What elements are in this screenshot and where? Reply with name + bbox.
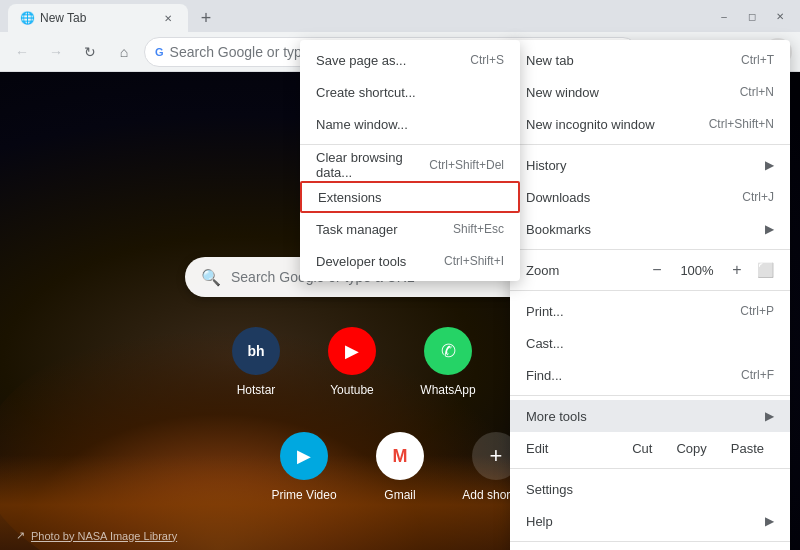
dropdown-menu: New tab Ctrl+T New window Ctrl+N New inc… bbox=[510, 40, 790, 550]
submenu-clear-shortcut: Ctrl+Shift+Del bbox=[429, 158, 504, 172]
menu-help-label: Help bbox=[526, 514, 553, 529]
menu-history-label: History bbox=[526, 158, 566, 173]
menu-help[interactable]: Help ▶ bbox=[510, 505, 790, 537]
zoom-out-button[interactable]: − bbox=[645, 258, 669, 282]
menu-print[interactable]: Print... Ctrl+P bbox=[510, 295, 790, 327]
menu-print-shortcut: Ctrl+P bbox=[740, 304, 774, 318]
menu-cast-label: Cast... bbox=[526, 336, 564, 351]
shortcuts-row-2: ▶ Prime Video M Gmail + Add shortcut bbox=[264, 432, 536, 502]
paste-button[interactable]: Paste bbox=[721, 439, 774, 458]
menu-more-tools-arrow: ▶ bbox=[765, 409, 774, 423]
submenu-task-manager-label: Task manager bbox=[316, 222, 398, 237]
youtube-label: Youtube bbox=[330, 383, 374, 397]
tab-close-button[interactable]: ✕ bbox=[160, 10, 176, 26]
submenu-name-window[interactable]: Name window... bbox=[300, 108, 520, 140]
menu-new-window[interactable]: New window Ctrl+N bbox=[510, 76, 790, 108]
youtube-icon: ▶ bbox=[328, 327, 376, 375]
submenu-name-window-label: Name window... bbox=[316, 117, 408, 132]
submenu-task-manager-shortcut: Shift+Esc bbox=[453, 222, 504, 236]
menu-zoom-row: Zoom − 100% + ⬜ bbox=[510, 254, 790, 286]
back-button[interactable]: ← bbox=[8, 38, 36, 66]
menu-edit-label: Edit bbox=[526, 441, 622, 456]
zoom-fullscreen-button[interactable]: ⬜ bbox=[757, 262, 774, 278]
menu-downloads-shortcut: Ctrl+J bbox=[742, 190, 774, 204]
prime-label: Prime Video bbox=[271, 488, 336, 502]
photo-credit-link[interactable]: Photo by NASA Image Library bbox=[31, 530, 177, 542]
menu-exit[interactable]: Exit bbox=[510, 546, 790, 550]
menu-divider-5 bbox=[510, 468, 790, 469]
menu-divider-4 bbox=[510, 395, 790, 396]
menu-bookmarks[interactable]: Bookmarks ▶ bbox=[510, 213, 790, 245]
menu-find[interactable]: Find... Ctrl+F bbox=[510, 359, 790, 391]
menu-more-tools-label: More tools bbox=[526, 409, 587, 424]
reload-button[interactable]: ↻ bbox=[76, 38, 104, 66]
more-tools-submenu: Save page as... Ctrl+S Create shortcut..… bbox=[300, 40, 520, 281]
google-indicator-icon: G bbox=[155, 46, 164, 58]
zoom-controls: − 100% + ⬜ bbox=[645, 258, 774, 282]
minimize-button[interactable]: – bbox=[712, 4, 736, 28]
hotstar-icon: bh bbox=[232, 327, 280, 375]
submenu-clear-browsing-label: Clear browsing data... bbox=[316, 150, 421, 180]
restore-button[interactable]: ◻ bbox=[740, 4, 764, 28]
submenu-task-manager[interactable]: Task manager Shift+Esc bbox=[300, 213, 520, 245]
new-tab-button[interactable]: + bbox=[192, 4, 220, 32]
whatsapp-icon: ✆ bbox=[424, 327, 472, 375]
menu-incognito[interactable]: New incognito window Ctrl+Shift+N bbox=[510, 108, 790, 140]
menu-downloads[interactable]: Downloads Ctrl+J bbox=[510, 181, 790, 213]
menu-cast[interactable]: Cast... bbox=[510, 327, 790, 359]
zoom-value: 100% bbox=[677, 263, 717, 278]
search-icon: 🔍 bbox=[201, 268, 221, 287]
menu-help-arrow: ▶ bbox=[765, 514, 774, 528]
menu-find-shortcut: Ctrl+F bbox=[741, 368, 774, 382]
menu-downloads-label: Downloads bbox=[526, 190, 590, 205]
menu-new-tab-shortcut: Ctrl+T bbox=[741, 53, 774, 67]
submenu-divider-1 bbox=[300, 144, 520, 145]
edit-actions: Cut Copy Paste bbox=[622, 439, 774, 458]
tab-title: New Tab bbox=[40, 11, 154, 25]
whatsapp-label: WhatsApp bbox=[420, 383, 475, 397]
shortcut-prime[interactable]: ▶ Prime Video bbox=[264, 432, 344, 502]
menu-find-label: Find... bbox=[526, 368, 562, 383]
menu-edit-row: Edit Cut Copy Paste bbox=[510, 432, 790, 464]
bottom-bar: ↗ Photo by NASA Image Library bbox=[16, 529, 177, 542]
menu-history-arrow: ▶ bbox=[765, 158, 774, 172]
submenu-dev-tools[interactable]: Developer tools Ctrl+Shift+I bbox=[300, 245, 520, 277]
submenu-save-page[interactable]: Save page as... Ctrl+S bbox=[300, 44, 520, 76]
submenu-extensions-label: Extensions bbox=[318, 190, 382, 205]
home-button[interactable]: ⌂ bbox=[110, 38, 138, 66]
menu-divider-1 bbox=[510, 144, 790, 145]
menu-incognito-label: New incognito window bbox=[526, 117, 655, 132]
submenu-clear-browsing[interactable]: Clear browsing data... Ctrl+Shift+Del bbox=[300, 149, 520, 181]
menu-history[interactable]: History ▶ bbox=[510, 149, 790, 181]
menu-new-tab-label: New tab bbox=[526, 53, 574, 68]
submenu-create-shortcut[interactable]: Create shortcut... bbox=[300, 76, 520, 108]
zoom-in-button[interactable]: + bbox=[725, 258, 749, 282]
menu-settings-label: Settings bbox=[526, 482, 573, 497]
hotstar-label: Hotstar bbox=[237, 383, 276, 397]
menu-incognito-shortcut: Ctrl+Shift+N bbox=[709, 117, 774, 131]
close-button[interactable]: ✕ bbox=[768, 4, 792, 28]
cut-button[interactable]: Cut bbox=[622, 439, 662, 458]
gmail-label: Gmail bbox=[384, 488, 415, 502]
active-tab[interactable]: 🌐 New Tab ✕ bbox=[8, 4, 188, 32]
menu-divider-6 bbox=[510, 541, 790, 542]
forward-button[interactable]: → bbox=[42, 38, 70, 66]
menu-divider-2 bbox=[510, 249, 790, 250]
shortcut-gmail[interactable]: M Gmail bbox=[360, 432, 440, 502]
window-controls: – ◻ ✕ bbox=[712, 4, 792, 28]
submenu-dev-tools-shortcut: Ctrl+Shift+I bbox=[444, 254, 504, 268]
shortcut-whatsapp[interactable]: ✆ WhatsApp bbox=[408, 327, 488, 397]
shortcut-youtube[interactable]: ▶ Youtube bbox=[312, 327, 392, 397]
menu-new-window-label: New window bbox=[526, 85, 599, 100]
menu-more-tools[interactable]: More tools ▶ bbox=[510, 400, 790, 432]
submenu-save-page-shortcut: Ctrl+S bbox=[470, 53, 504, 67]
menu-new-tab[interactable]: New tab Ctrl+T bbox=[510, 44, 790, 76]
shortcut-hotstar[interactable]: bh Hotstar bbox=[216, 327, 296, 397]
submenu-dev-tools-label: Developer tools bbox=[316, 254, 406, 269]
copy-button[interactable]: Copy bbox=[666, 439, 716, 458]
title-bar: 🌐 New Tab ✕ + – ◻ ✕ bbox=[0, 0, 800, 32]
submenu-extensions[interactable]: Extensions bbox=[300, 181, 520, 213]
menu-print-label: Print... bbox=[526, 304, 564, 319]
tab-favicon: 🌐 bbox=[20, 11, 34, 25]
menu-settings[interactable]: Settings bbox=[510, 473, 790, 505]
